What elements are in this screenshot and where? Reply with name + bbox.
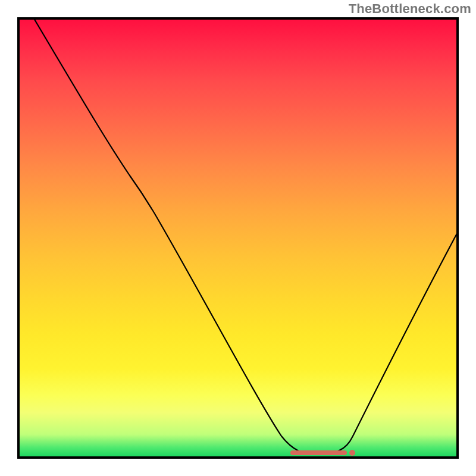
watermark-text: TheBottleneck.com [349,1,471,17]
optimum-marker-dot [349,450,355,456]
chart-frame [17,17,459,459]
bottleneck-curve [20,20,456,456]
optimum-marker [290,450,347,455]
